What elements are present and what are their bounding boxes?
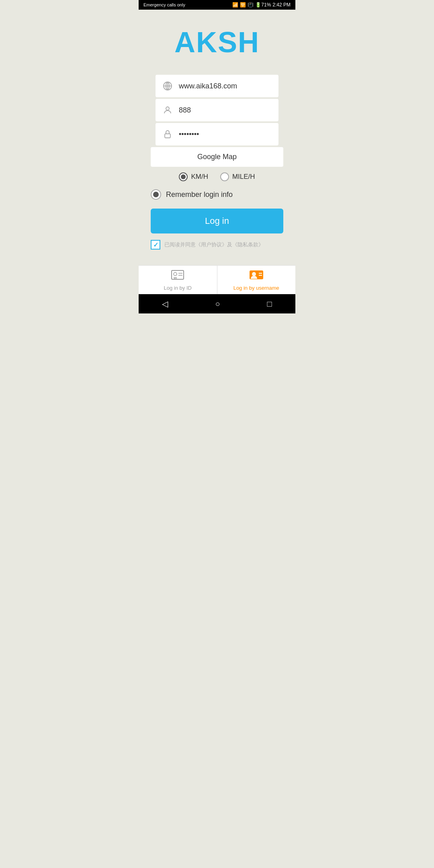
globe-icon [162,80,173,92]
svg-rect-6 [172,270,184,279]
user-icon [162,104,173,116]
username-login-icon [249,269,264,283]
signal-icon: 📶 [232,2,238,8]
vibrate-icon: 📳 [248,2,254,8]
id-login-icon: ID [171,269,184,283]
password-input[interactable] [179,130,272,139]
svg-rect-5 [165,134,170,138]
back-button[interactable]: ◁ [162,299,168,309]
remember-radio[interactable] [151,189,161,200]
mileh-label: MILE/H [232,173,255,181]
status-left: Emergency calls only [143,2,185,7]
username-field-row [156,99,278,121]
tab-login-by-id[interactable]: ID Log in by ID [139,266,217,294]
server-field-row [156,75,278,97]
svg-text:ID: ID [174,277,177,280]
checkmark-icon: ✓ [153,241,158,249]
tab-bar: ID Log in by ID Log in by username [139,265,295,294]
remember-label: Remember login info [166,190,233,199]
svg-point-13 [252,272,256,276]
tab-login-by-id-label: Log in by ID [164,285,192,291]
home-button[interactable]: ○ [215,299,220,309]
password-field-row [156,123,278,145]
status-right: 📶 🛜 📳 🔋71% 2:42 PM [232,2,291,8]
kmh-radio[interactable] [179,172,188,181]
lock-icon [162,129,173,140]
kmh-label: KM/H [191,173,208,181]
remember-row: Remember login info [151,189,283,200]
tab-login-by-username[interactable]: Log in by username [217,266,296,294]
agreement-checkbox[interactable]: ✓ [151,240,160,250]
svg-point-7 [174,272,177,276]
mileh-radio[interactable] [220,172,229,181]
agreement-text: 已阅读并同意《用户协议》及《隐私条款》 [164,241,264,248]
wifi-icon: 🛜 [240,2,246,8]
agreement-row: ✓ 已阅读并同意《用户协议》及《隐私条款》 [151,240,283,250]
tab-login-by-username-label: Log in by username [233,285,279,291]
app-logo: AKSH [174,26,260,59]
status-bar: Emergency calls only 📶 🛜 📳 🔋71% 2:42 PM [139,0,295,10]
map-selector[interactable]: Google Map [151,147,283,167]
main-content: AKSH [139,10,295,265]
time: 2:42 PM [272,2,291,8]
kmh-option[interactable]: KM/H [179,172,208,181]
svg-point-4 [166,107,169,110]
login-button[interactable]: Log in [151,209,283,233]
speed-unit-group: KM/H MILE/H [151,172,283,181]
username-input[interactable] [179,106,272,115]
mileh-option[interactable]: MILE/H [220,172,255,181]
server-input[interactable] [179,82,272,90]
recent-button[interactable]: □ [267,299,272,309]
battery-icon: 🔋71% [255,2,271,8]
nav-bar: ◁ ○ □ [139,294,295,313]
